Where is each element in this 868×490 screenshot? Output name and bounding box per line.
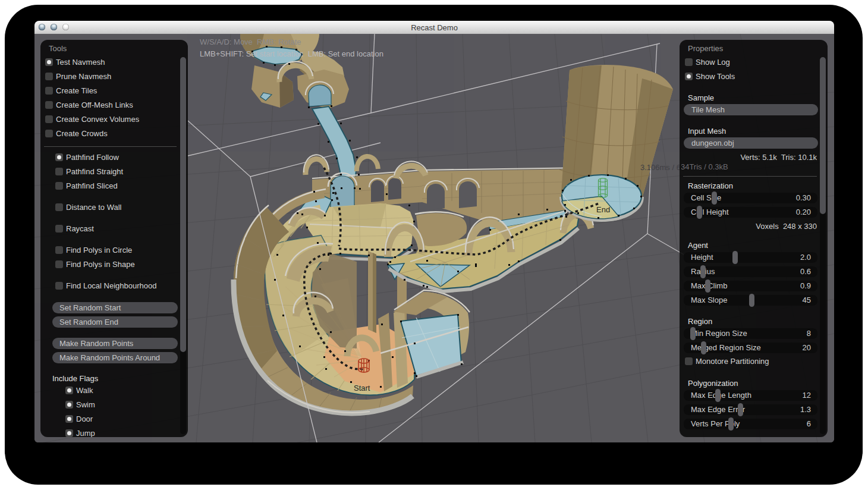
svg-text:Start: Start [354,384,370,392]
svg-text:End: End [596,205,610,214]
